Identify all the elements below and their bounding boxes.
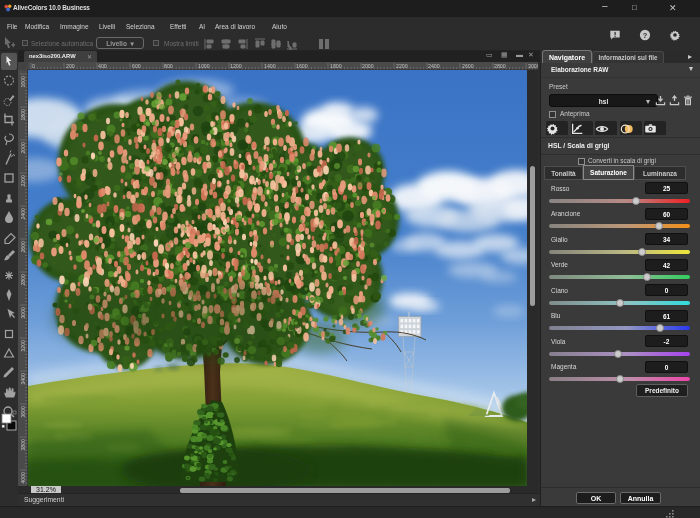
- svg-text:3600: 3600: [20, 406, 26, 418]
- svg-text:1600: 1600: [20, 76, 26, 88]
- svg-text:1200: 1200: [230, 63, 242, 69]
- svg-text:2000: 2000: [362, 63, 374, 69]
- svg-text:800: 800: [164, 63, 173, 69]
- svg-text:600: 600: [132, 63, 141, 69]
- svg-text:1400: 1400: [264, 63, 276, 69]
- svg-text:1800: 1800: [330, 63, 342, 69]
- svg-text:3000: 3000: [528, 63, 538, 69]
- svg-text:?: ?: [643, 31, 648, 40]
- svg-text:4000: 4000: [20, 472, 26, 484]
- svg-text:1600: 1600: [296, 63, 308, 69]
- svg-text:0: 0: [32, 63, 35, 69]
- svg-text:2400: 2400: [428, 63, 440, 69]
- svg-text:1000: 1000: [198, 63, 210, 69]
- svg-text:2000: 2000: [20, 142, 26, 154]
- svg-text:2200: 2200: [396, 63, 408, 69]
- svg-text:1800: 1800: [20, 109, 26, 121]
- svg-text:3400: 3400: [20, 373, 26, 385]
- svg-text:3800: 3800: [20, 439, 26, 451]
- svg-text:2800: 2800: [494, 63, 506, 69]
- svg-text:3000: 3000: [20, 307, 26, 319]
- svg-text:200: 200: [66, 63, 75, 69]
- svg-text:2600: 2600: [462, 63, 474, 69]
- svg-text:2400: 2400: [20, 208, 26, 220]
- svg-text:2200: 2200: [20, 175, 26, 187]
- svg-text:2600: 2600: [20, 241, 26, 253]
- svg-text:2800: 2800: [20, 274, 26, 286]
- svg-text:400: 400: [98, 63, 107, 69]
- svg-text:3200: 3200: [20, 340, 26, 352]
